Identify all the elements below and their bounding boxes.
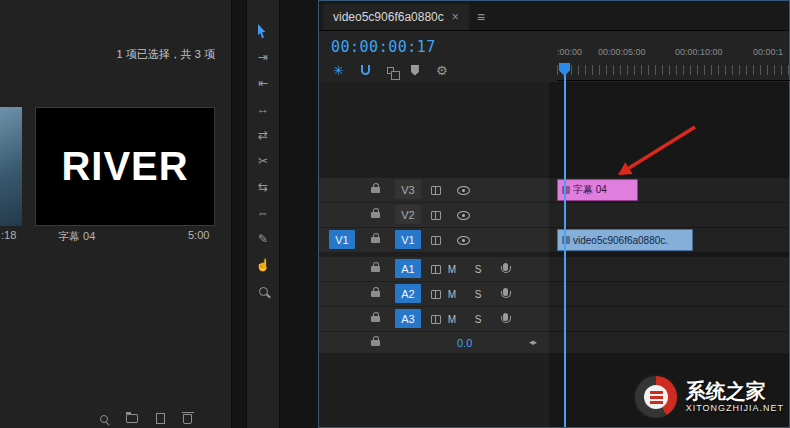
ruler-ticks <box>557 65 790 75</box>
linked-selection-toggle[interactable] <box>387 67 394 74</box>
track-target-v2[interactable]: V2 <box>395 205 421 224</box>
timeline-settings-icon[interactable]: ⚙ <box>436 63 448 78</box>
slip-tool[interactable]: ⇆ <box>252 178 274 196</box>
watermark-text: 系统之家 XITONGZHIJIA.NET <box>686 380 784 413</box>
snap-toggle[interactable] <box>361 65 370 75</box>
sync-lock-icon[interactable] <box>431 290 441 299</box>
ripple-edit-tool[interactable]: ⇤ <box>252 74 274 92</box>
zoom-tool[interactable] <box>252 282 274 300</box>
track-target-a1[interactable]: A1 <box>395 259 421 278</box>
lock-icon[interactable] <box>371 291 380 297</box>
rolling-edit-tool[interactable]: ↔ <box>252 100 274 118</box>
track-target-v3[interactable]: V3 <box>395 180 421 199</box>
timeline-tabbar: video5c906f6a0880c × ≡ <box>319 1 789 31</box>
master-track-content <box>549 332 789 353</box>
selection-tool[interactable] <box>252 22 274 40</box>
track-target-a2[interactable]: A2 <box>395 284 421 303</box>
sync-lock-icon[interactable] <box>431 211 441 220</box>
ruler-label-3: 00:00:1 <box>753 47 783 57</box>
clip-preview-text: RIVER <box>61 144 188 189</box>
track-target-a3[interactable]: A3 <box>395 309 421 328</box>
tab-close-icon[interactable]: × <box>452 10 459 24</box>
ruler-label-1: 00:00:05:00 <box>598 47 646 57</box>
track-header-v1: V1 V1 <box>319 228 549 252</box>
selection-arrow-icon <box>258 24 269 39</box>
delete-icon[interactable] <box>183 414 192 424</box>
adjacent-clip-thumbnail[interactable] <box>0 107 22 226</box>
track-row-v3: V3 字幕 04 <box>319 178 789 202</box>
track-output-icon[interactable] <box>457 211 470 220</box>
pen-tool[interactable]: ✎ <box>252 230 274 248</box>
rolling-edit-icon: ↔ <box>257 102 269 116</box>
sync-lock-icon[interactable] <box>431 315 441 324</box>
sequence-tab[interactable]: video5c906f6a0880c × <box>323 4 469 30</box>
mute-button[interactable]: M <box>445 287 459 301</box>
solo-button[interactable]: S <box>471 262 485 276</box>
track-row-v1: V1 V1 video5c906f6a0880c. <box>319 228 789 252</box>
lock-icon[interactable] <box>371 212 380 218</box>
track-content-v2 <box>549 203 789 227</box>
slide-tool[interactable]: ⇔ <box>252 204 274 222</box>
rate-stretch-tool[interactable]: ⇄ <box>252 126 274 144</box>
new-item-icon[interactable] <box>156 413 165 424</box>
track-header-a1: A1 M S <box>319 257 549 281</box>
hand-tool[interactable]: ☝ <box>252 256 274 274</box>
clip-name-label[interactable]: 字幕 04 <box>58 229 95 244</box>
panel-menu-icon[interactable]: ≡ <box>477 9 485 25</box>
selected-clip-thumbnail[interactable]: RIVER <box>35 107 215 226</box>
track-output-icon[interactable] <box>457 236 470 245</box>
selection-status: 1 项已选择，共 3 项 <box>117 47 215 62</box>
sequence-tab-title: video5c906f6a0880c <box>333 10 444 24</box>
track-select-tool[interactable]: ⇥ <box>252 48 274 66</box>
razor-icon: ✂ <box>258 154 268 168</box>
add-marker-button[interactable] <box>411 65 419 76</box>
track-output-icon[interactable] <box>457 186 470 195</box>
mic-icon[interactable] <box>503 263 508 271</box>
solo-button[interactable]: S <box>471 312 485 326</box>
lock-icon[interactable] <box>371 266 380 272</box>
master-track-header: 0.0 ◂▸ <box>319 332 549 353</box>
track-header-v2: V2 <box>319 203 549 227</box>
razor-tool[interactable]: ✂ <box>252 152 274 170</box>
sync-lock-icon[interactable] <box>431 186 441 195</box>
lock-icon[interactable] <box>371 340 380 346</box>
timeline-toolbar: ✳ ⚙ <box>333 62 448 78</box>
sync-lock-icon[interactable] <box>431 265 441 274</box>
track-header-a2: A2 M S <box>319 282 549 306</box>
nest-toggle-icon[interactable]: ✳ <box>333 63 344 78</box>
track-header-v3: V3 <box>319 178 549 202</box>
magnet-icon <box>361 65 370 75</box>
current-timecode[interactable]: 00:00:00:17 <box>331 38 436 56</box>
mute-button[interactable]: M <box>445 262 459 276</box>
new-bin-icon[interactable] <box>126 414 138 423</box>
zoom-icon <box>259 287 268 296</box>
mic-icon[interactable] <box>503 313 508 321</box>
lock-icon[interactable] <box>371 237 380 243</box>
fit-icon[interactable]: ◂▸ <box>529 337 536 347</box>
slide-icon: ⇔ <box>257 206 269 220</box>
tools-panel: ⇥ ⇤ ↔ ⇄ ✂ ⇆ ⇔ ✎ ☝ <box>246 0 280 428</box>
find-icon[interactable] <box>100 415 108 423</box>
solo-button[interactable]: S <box>471 287 485 301</box>
lock-icon[interactable] <box>371 316 380 322</box>
timeline-panel: video5c906f6a0880c × ≡ 00:00:00:17 ✳ ⚙ :… <box>318 0 790 428</box>
mic-icon[interactable] <box>503 288 508 296</box>
rate-stretch-icon: ⇄ <box>258 128 268 142</box>
source-patch-v1[interactable]: V1 <box>329 230 355 249</box>
video-clip[interactable]: video5c906f6a0880c. <box>557 229 693 251</box>
track-target-v1[interactable]: V1 <box>395 230 421 249</box>
track-select-icon: ⇥ <box>258 50 268 64</box>
ruler-label-2: 00:00:10:00 <box>675 47 723 57</box>
track-header-background <box>319 82 549 427</box>
ripple-edit-icon: ⇤ <box>258 76 268 90</box>
time-ruler[interactable]: :00:00 00:00:05:00 00:00:10:00 00:00:1 <box>557 41 790 81</box>
master-volume-value[interactable]: 0.0 <box>457 337 472 349</box>
mute-button[interactable]: M <box>445 312 459 326</box>
track-header-a3: A3 M S <box>319 307 549 331</box>
lock-icon[interactable] <box>371 187 380 193</box>
track-content-v1: video5c906f6a0880c. <box>549 228 789 252</box>
track-content-a3 <box>549 307 789 331</box>
clip-duration-label: 5:00 <box>188 229 209 241</box>
project-panel: 1 项已选择，共 3 项 :18 RIVER 字幕 04 5:00 <box>0 0 232 428</box>
sync-lock-icon[interactable] <box>431 236 441 245</box>
